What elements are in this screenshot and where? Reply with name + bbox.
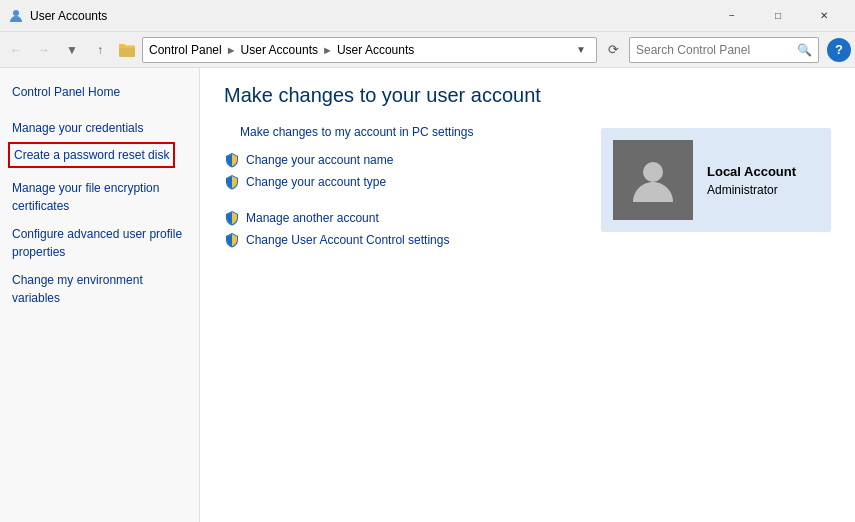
search-input[interactable] [636, 43, 793, 57]
main-area: Control Panel Home Manage your credentia… [0, 68, 855, 522]
shield-icon-1 [224, 152, 240, 168]
window-controls: − □ ✕ [709, 0, 847, 32]
recent-button[interactable]: ▼ [60, 38, 84, 62]
shield-icon-2 [224, 174, 240, 190]
breadcrumb-user-accounts-1[interactable]: User Accounts [241, 43, 318, 57]
breadcrumb-control-panel[interactable]: Control Panel [149, 43, 222, 57]
refresh-button[interactable]: ⟳ [601, 37, 625, 63]
change-account-type-link[interactable]: Change your account type [246, 173, 386, 191]
search-icon: 🔍 [797, 43, 812, 57]
search-box[interactable]: 🔍 [629, 37, 819, 63]
svg-point-0 [13, 10, 19, 16]
avatar-icon [627, 154, 679, 206]
sidebar-item-configure-advanced[interactable]: Configure advanced user profile properti… [0, 222, 199, 264]
breadcrumb-user-accounts-2[interactable]: User Accounts [337, 43, 414, 57]
change-uac-link[interactable]: Change User Account Control settings [246, 231, 449, 249]
breadcrumb: Control Panel ► User Accounts ► User Acc… [149, 43, 568, 57]
content-area: Make changes to your user account Make c… [200, 68, 855, 522]
up-button[interactable]: ↑ [88, 38, 112, 62]
address-bar: ← → ▼ ↑ Control Panel ► User Accounts ► … [0, 32, 855, 68]
back-button[interactable]: ← [4, 38, 28, 62]
sidebar: Control Panel Home Manage your credentia… [0, 68, 200, 522]
shield-icon-3 [224, 210, 240, 226]
sidebar-item-change-environment[interactable]: Change my environment variables [0, 268, 199, 310]
change-uac-row: Change User Account Control settings [224, 231, 831, 249]
account-avatar [613, 140, 693, 220]
account-name: Local Account [707, 164, 796, 179]
account-card: Local Account Administrator [601, 128, 831, 232]
change-account-name-link[interactable]: Change your account name [246, 151, 393, 169]
address-field[interactable]: Control Panel ► User Accounts ► User Acc… [142, 37, 597, 63]
forward-button[interactable]: → [32, 38, 56, 62]
sidebar-item-control-panel-home[interactable]: Control Panel Home [0, 80, 199, 104]
sidebar-item-manage-credentials[interactable]: Manage your credentials [0, 116, 199, 140]
svg-point-2 [643, 162, 663, 182]
title-bar: User Accounts − □ ✕ [0, 0, 855, 32]
window-icon [8, 8, 24, 24]
page-title: Make changes to your user account [224, 84, 831, 107]
folder-icon [118, 41, 136, 59]
shield-icon-4 [224, 232, 240, 248]
account-info: Local Account Administrator [707, 164, 796, 197]
close-button[interactable]: ✕ [801, 0, 847, 32]
address-dropdown[interactable]: ▼ [572, 41, 590, 59]
account-type: Administrator [707, 183, 796, 197]
maximize-button[interactable]: □ [755, 0, 801, 32]
window-title: User Accounts [30, 9, 107, 23]
minimize-button[interactable]: − [709, 0, 755, 32]
sidebar-item-manage-file-encryption[interactable]: Manage your file encryption certificates [0, 176, 199, 218]
help-button[interactable]: ? [827, 38, 851, 62]
manage-another-account-link[interactable]: Manage another account [246, 209, 379, 227]
sidebar-item-create-password-reset-disk[interactable]: Create a password reset disk [14, 146, 169, 164]
